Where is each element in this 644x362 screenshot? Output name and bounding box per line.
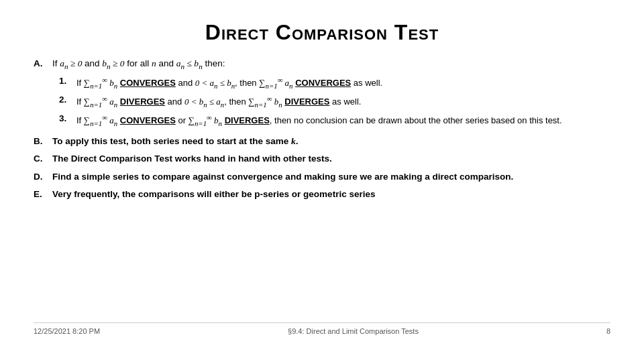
section-d-body: Find a simple series to compare against …	[52, 170, 610, 184]
footer: 12/25/2021 8:20 PM §9.4: Direct and Limi…	[34, 322, 610, 335]
sub-item-1: 1. If ∑n=1∞ bn CONVERGES and 0 < an ≤ bn…	[59, 74, 610, 91]
sub-num-3: 3.	[59, 112, 76, 129]
section-d-label: D.	[34, 170, 52, 184]
footer-center: §9.4: Direct and Limit Comparison Tests	[288, 327, 419, 335]
sub-num-2: 2.	[59, 93, 76, 110]
section-c-body: The Direct Comparison Test works hand in…	[52, 152, 610, 166]
sub-body-3: If ∑n=1∞ an CONVERGES or ∑n=1∞ bn DIVERG…	[76, 112, 610, 129]
section-b-body: To apply this test, both series need to …	[52, 135, 610, 148]
section-e-label: E.	[34, 188, 52, 201]
page-title: Direct Comparison Test	[34, 20, 610, 45]
footer-left: 12/25/2021 8:20 PM	[34, 327, 100, 335]
sub-body-2: If ∑n=1∞ an DIVERGES and 0 < bn ≤ an, th…	[76, 93, 610, 110]
footer-right: 8	[606, 327, 610, 335]
sub-num-1: 1.	[59, 74, 76, 91]
section-e-body: Very frequently, the comparisons will ei…	[52, 188, 610, 201]
section-b: B. To apply this test, both series need …	[34, 135, 610, 148]
section-c-label: C.	[34, 152, 52, 166]
sub-body-1: If ∑n=1∞ bn CONVERGES and 0 < an ≤ bn, t…	[76, 74, 610, 91]
section-a-label: A.	[34, 57, 52, 131]
section-a-intro: If an ≥ 0 and bn ≥ 0 for all n and an ≤ …	[52, 58, 225, 68]
section-a-body: If an ≥ 0 and bn ≥ 0 for all n and an ≤ …	[52, 57, 610, 131]
section-c: C. The Direct Comparison Test works hand…	[34, 152, 610, 166]
sub-item-3: 3. If ∑n=1∞ an CONVERGES or ∑n=1∞ bn DIV…	[59, 112, 610, 129]
section-e: E. Very frequently, the comparisons will…	[34, 188, 610, 201]
section-a: A. If an ≥ 0 and bn ≥ 0 for all n and an…	[34, 57, 610, 131]
section-b-label: B.	[34, 135, 52, 148]
sub-list: 1. If ∑n=1∞ bn CONVERGES and 0 < an ≤ bn…	[59, 74, 610, 129]
sub-item-2: 2. If ∑n=1∞ an DIVERGES and 0 < bn ≤ an,…	[59, 93, 610, 110]
section-d: D. Find a simple series to compare again…	[34, 170, 610, 184]
